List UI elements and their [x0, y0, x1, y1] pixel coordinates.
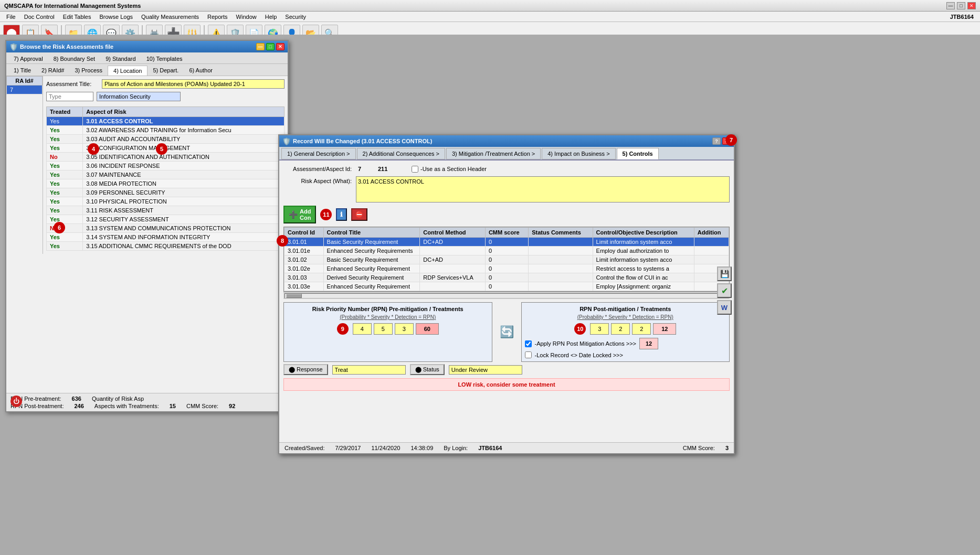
badge-9: 9: [337, 323, 349, 335]
rpn-post-sev[interactable]: 2: [611, 323, 630, 335]
add-con-btn[interactable]: ➕ AddCon: [283, 206, 316, 223]
tab-controls[interactable]: 5) Controls: [617, 148, 659, 159]
type-value[interactable]: [97, 92, 181, 101]
tab-mitigation[interactable]: 3) Mitigation /Treatment Action >: [446, 148, 541, 159]
type-select[interactable]: [46, 92, 93, 101]
ctrl-col-cmm: CMM score: [485, 228, 528, 238]
lock-record-checkbox[interactable]: [525, 351, 532, 358]
control-table: Control Id Control Title Control Method …: [284, 227, 729, 291]
risk-table-row[interactable]: Yes3.14 SYSTEM AND INFORMATION INTEGRITY: [47, 233, 284, 242]
menu-edit-tables[interactable]: Edit Tables: [59, 13, 96, 21]
rpn-post-det[interactable]: 2: [632, 323, 651, 335]
response-input[interactable]: [332, 365, 406, 375]
use-section-header-check[interactable]: -Use as a Section Header: [412, 166, 487, 173]
ctrl-table-row[interactable]: 3.01.03Derived Security RequirementRDP S…: [284, 273, 729, 282]
status-input[interactable]: [449, 365, 522, 375]
risk-table-row[interactable]: No3.05 IDENTIFICATION AND AUTHENTICATION: [47, 153, 284, 162]
menu-window[interactable]: Window: [232, 13, 261, 21]
assessment-title-label: Assessment Title:: [46, 81, 99, 87]
browse-tab-boundary-set[interactable]: 8) Boundary Set: [48, 54, 101, 63]
browse-close-btn[interactable]: ✕: [276, 43, 284, 50]
risk-table-row[interactable]: No3.13 SYSTEM AND COMMUNICATIONS PROTECT…: [47, 224, 284, 233]
browse-tab-depart[interactable]: 5) Depart.: [147, 66, 184, 76]
info-btn[interactable]: ℹ: [336, 208, 347, 221]
browse-tab-row-2: 1) Title 2) RAId# 3) Process 4) Location…: [6, 64, 288, 76]
browse-min-btn[interactable]: —: [256, 43, 265, 50]
menu-browse-logs[interactable]: Browse Logs: [95, 13, 137, 21]
browse-tab-templates[interactable]: 10) Templates: [141, 54, 188, 63]
risk-table-row[interactable]: Yes3.10 PHYSICAL PROTECTION: [47, 197, 284, 206]
risk-table-row[interactable]: Yes3.11 RISK ASSESSMENT: [47, 206, 284, 215]
risk-table-row[interactable]: Yes3.01 ACCESS CONTROL: [47, 117, 284, 126]
ctrl-table-row[interactable]: 3.01.02Basic Security RequirementDC+AD0L…: [284, 255, 729, 264]
side-actions: 💾 ✔ W: [717, 266, 732, 315]
risk-table-row[interactable]: Yes3.12 SECURITY ASSESSMENT: [47, 215, 284, 224]
apply-rpn-label: -Apply RPN Post Mitigation Actions >>>: [535, 340, 637, 347]
raid-value[interactable]: 7: [7, 86, 43, 94]
browse-tab-raidnum[interactable]: 2) RAId#: [36, 66, 69, 76]
status-btn[interactable]: ⬤ Status: [410, 364, 445, 375]
menu-doc-control[interactable]: Doc Control: [20, 13, 59, 21]
add-con-label: AddCon: [300, 208, 311, 221]
risk-aspect-textarea[interactable]: 3.01 ACCESS CONTROL: [356, 176, 730, 202]
browse-tab-approval[interactable]: 7) Approval: [8, 54, 48, 63]
risk-table-row[interactable]: Yes3.03 AUDIT AND ACCOUNTABILITY: [47, 135, 284, 144]
app-close-btn[interactable]: ✕: [967, 2, 976, 9]
menu-reports[interactable]: Reports: [203, 13, 232, 21]
risk-table-row[interactable]: Yes3.06 INCIDENT RESPONSE: [47, 162, 284, 170]
side-save-btn[interactable]: 💾: [717, 266, 732, 281]
record-help-btn[interactable]: ?: [712, 137, 721, 145]
browse-tab-title[interactable]: 1) Title: [8, 66, 36, 76]
rpn-pre-sev[interactable]: 5: [374, 323, 393, 335]
tab-impact-business[interactable]: 4) Impact on Business >: [542, 148, 615, 159]
footer-cmm-value: 92: [229, 403, 235, 409]
badge-6: 6: [54, 222, 65, 233]
response-icon: ⬤: [289, 366, 295, 372]
menu-quality-measurements[interactable]: Quality Measurements: [137, 13, 203, 21]
created-date: 7/29/2017: [335, 445, 361, 451]
app-minimize-btn[interactable]: —: [946, 2, 955, 9]
menu-help[interactable]: Help: [261, 13, 281, 21]
menubar: File Doc Control Edit Tables Browse Logs…: [0, 12, 980, 22]
col-treated: Treated: [47, 107, 83, 117]
menu-file[interactable]: File: [2, 13, 20, 21]
response-btn[interactable]: ⬤ Response: [283, 364, 328, 375]
workspace: 🛡️ Browse the Risk Assessments file — □ …: [0, 35, 980, 555]
side-check-btn[interactable]: ✔: [717, 283, 732, 298]
record-window-title: Record Will Be Changed (3.01 ACCESS CONT…: [293, 138, 432, 144]
rpn-pre-formula[interactable]: (Probability * Severity * Detection = RP…: [287, 314, 489, 320]
tab-additional-consequences[interactable]: 2) Additional Consequences >: [357, 148, 445, 159]
browse-tab-standard[interactable]: 9) Standard: [100, 54, 141, 63]
browse-max-btn[interactable]: □: [266, 43, 275, 50]
tab-general-desc[interactable]: 1) General Description >: [281, 148, 356, 159]
section-header-label: -Use as a Section Header: [420, 166, 487, 172]
browse-tab-process[interactable]: 3) Process: [69, 66, 108, 76]
ctrl-col-id: Control Id: [284, 228, 324, 238]
ctrl-table-row[interactable]: 3.01.02eEnhanced Security Requirement0Re…: [284, 264, 729, 273]
browse-tab-location[interactable]: 4) Location: [108, 66, 147, 76]
rpn-refresh-btn[interactable]: 🔄: [498, 302, 516, 362]
assessment-title-input[interactable]: [102, 79, 284, 89]
risk-table-row[interactable]: Yes3.02 AWARENESS AND TRAINING for Infor…: [47, 126, 284, 135]
browse-tab-author[interactable]: 6) Author: [184, 66, 218, 76]
remove-btn[interactable]: ⛔: [351, 208, 367, 221]
apply-rpn-checkbox[interactable]: [525, 340, 532, 347]
menu-security[interactable]: Security: [281, 13, 310, 21]
assessment-id-label: Assessment/Aspect Id:: [283, 166, 352, 172]
rpn-post-prob[interactable]: 3: [590, 323, 609, 335]
section-header-checkbox[interactable]: [412, 166, 418, 173]
risk-table-row[interactable]: Yes3.09 PERSONNEL SECURITY: [47, 188, 284, 197]
power-btn[interactable]: ⏻: [10, 396, 22, 407]
risk-table-row[interactable]: Yes3.15 ADDITIONAL CMMC REQUIREMENTS of …: [47, 242, 284, 251]
rpn-post-formula[interactable]: (Probability * Severity * Detection = RP…: [525, 314, 726, 320]
ctrl-table-row[interactable]: 3.01.01eEnhanced Security Requirements0E…: [284, 247, 729, 255]
ctrl-table-row[interactable]: 3.01.01Basic Security RequirementDC+AD0L…: [284, 238, 729, 247]
risk-table-row[interactable]: Yes3.08 MEDIA PROTECTION: [47, 179, 284, 188]
rpn-pre-prob[interactable]: 4: [353, 323, 372, 335]
ctrl-table-hscroll[interactable]: [283, 292, 730, 299]
ctrl-table-row[interactable]: 3.01.03eEnhanced Security Requirement0Em…: [284, 282, 729, 291]
risk-table-row[interactable]: Yes3.07 MAINTENANCE: [47, 170, 284, 179]
app-maximize-btn[interactable]: □: [957, 2, 965, 9]
rpn-pre-det[interactable]: 3: [395, 323, 414, 335]
side-word-btn[interactable]: W: [717, 300, 732, 315]
